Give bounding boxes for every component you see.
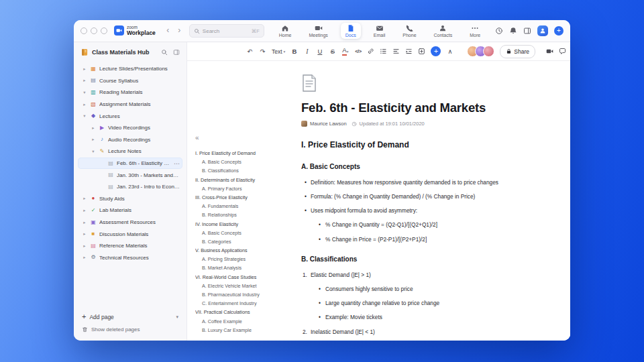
outline-item[interactable]: A. Primary Factors [195,186,297,192]
global-search-input[interactable]: Search ⌘F [189,24,264,38]
content-block[interactable]: • Consumers highly sensitive to price [305,286,557,293]
chevron-icon[interactable]: ▸ [82,196,87,201]
code-button[interactable]: </> [354,48,362,54]
panel-toggle-icon[interactable] [523,27,531,35]
nav-tab[interactable]: More [465,23,485,39]
outline-item[interactable]: B. Categories [195,239,297,245]
video-call-button[interactable] [546,48,553,55]
chevron-icon[interactable]: ▾ [82,90,87,95]
outline-item[interactable]: IV. Income Elasticity [195,221,297,227]
outline-item[interactable]: A. Coffee Example [195,318,297,324]
outline-item[interactable]: V. Business Applications [195,247,297,253]
add-page-button[interactable]: + Add page ▾ [82,313,178,320]
content-block[interactable]: • % Change in Quantity = (Q2-Q1)/[(Q2+Q1… [305,221,557,229]
nav-tab[interactable]: Meetings [304,23,332,39]
outline-item[interactable]: C. Entertainment Industry [195,300,297,306]
indent-button[interactable] [405,48,413,55]
content-block[interactable]: • Formula: (% Change in Quantity Demande… [301,193,557,200]
nav-tab[interactable]: Email [369,23,390,39]
outline-item[interactable]: VI. Real-World Case Studies [195,274,297,280]
outline-item[interactable]: B. Luxury Car Example [195,327,297,333]
font-color-button[interactable]: A▾ [341,47,349,56]
outline-item[interactable]: B. Market Analysis [195,265,297,271]
add-new-button[interactable]: + [554,26,564,36]
undo-icon[interactable]: ↶ [246,48,254,55]
outline-item[interactable]: VII. Practical Calculations [195,309,297,315]
link-button[interactable] [367,48,374,55]
sidebar-tree-item[interactable]: ▤ Jan. 23rd - Intro to Econo... ⋯ [78,181,182,193]
sidebar-tree-item[interactable]: ▸ ▦ Lecture Slides/Presentations ⋯ [78,63,182,75]
outline-item[interactable]: II. Determinants of Elasticity [195,177,297,183]
share-button[interactable]: Share [500,45,535,58]
outline-item[interactable]: B. Classifications [195,168,297,174]
item-more-icon[interactable]: ⋯ [172,160,180,167]
user-avatar[interactable] [537,25,548,36]
add-page-dropdown-icon[interactable]: ▾ [176,314,178,320]
sidebar-tree-item[interactable]: ▸ ♪ Audio Recordings ⋯ [78,134,182,146]
content-block[interactable]: B. Classifications [301,255,557,263]
outline-item[interactable]: A. Basic Concepts [195,159,297,165]
maximize-window-button[interactable] [101,27,107,34]
italic-button[interactable]: I [303,48,311,55]
chevron-icon[interactable]: ▸ [82,102,87,107]
collapse-toolbar-icon[interactable]: ∧ [446,48,453,55]
sidebar-tree-item[interactable]: ▸ ■ Discussion Materials ⋯ [78,228,182,240]
sidebar-tree-item[interactable]: ▸ ▧ Assignment Materials ⋯ [78,99,182,111]
content-block[interactable]: A. Basic Concepts [301,162,557,171]
outline-item[interactable]: A. Electric Vehicle Market [195,283,297,289]
sidebar-tree-item[interactable]: ▸ ⚙ Technical Resources ⋯ [78,252,182,264]
close-window-button[interactable] [80,27,87,34]
bold-button[interactable]: B [290,48,298,55]
chevron-icon[interactable]: ▸ [82,66,87,72]
nav-tab[interactable]: Contacts [429,23,458,39]
outline-item[interactable]: B. Relationships [195,212,297,218]
outline-item[interactable]: B. Pharmaceutical Industry [195,292,297,298]
sidebar-tree-item[interactable]: ▸ ▣ Assessment Resources ⋯ [78,217,182,229]
sidebar-tree-item[interactable]: ▤ Jan. 30th - Markets and P... ⋯ [78,169,182,181]
outline-item[interactable]: I. Price Elasticity of Demand [195,150,297,156]
collaborator-avatar[interactable] [483,46,494,57]
nav-tab[interactable]: Docs [341,23,361,39]
content-block[interactable]: • Large quantity change relative to pric… [305,300,557,307]
document-title[interactable]: Feb. 6th - Elasticity and Markets [301,101,557,115]
sidebar-tree-item[interactable]: ▤ Feb. 6th - Elasticity and M... ⋯ [78,158,182,170]
insert-table-button[interactable] [418,48,425,55]
document-page-icon[interactable] [301,74,317,92]
sidebar-tree-item[interactable]: ▸ ▤ Reference Materials ⋯ [78,240,182,252]
content-block[interactable]: I. Price Elasticity of Demand [301,140,557,151]
chevron-icon[interactable]: ▸ [91,125,96,131]
sidebar-tree-item[interactable]: ▾ ▥ Reading Materials ⋯ [78,86,182,99]
comments-button[interactable] [559,48,566,55]
content-block[interactable]: 1. Elastic Demand (|E| > 1) [301,272,557,279]
chevron-icon[interactable]: ▾ [82,113,87,119]
chevron-icon[interactable]: ▸ [82,220,87,225]
chevron-icon[interactable]: ▸ [82,208,87,213]
sidebar-tree-item[interactable]: ▸ ▶ Video Recordings ⋯ [78,122,182,134]
nav-tab[interactable]: Home [274,23,297,39]
chevron-icon[interactable]: ▸ [82,255,87,260]
outline-item[interactable]: III. Cross-Price Elasticity [195,194,297,200]
underline-button[interactable]: U [316,48,323,55]
sidebar-tree-item[interactable]: ▾ ✎ Lecture Notes ⋯ [78,145,182,158]
chevron-icon[interactable]: ▸ [82,231,87,237]
bullet-list-button[interactable] [380,48,387,55]
chevron-icon[interactable]: ▾ [91,149,96,154]
forward-button[interactable]: › [175,25,184,36]
content-block[interactable]: • Uses midpoint formula to avoid asymmet… [301,207,557,215]
outline-collapse-icon[interactable]: « [195,134,199,141]
text-style-dropdown[interactable]: Text ▾ [272,48,285,55]
nav-tab[interactable]: Phone [398,23,421,39]
outline-item[interactable]: A. Pricing Strategies [195,256,297,262]
sidebar-collapse-icon[interactable] [173,49,180,56]
insert-block-button[interactable]: + [431,46,441,56]
chevron-icon[interactable]: ▸ [82,243,87,249]
document-content[interactable]: Feb. 6th - Elasticity and Markets Mauric… [301,74,557,341]
sidebar-search-icon[interactable] [161,49,168,56]
redo-icon[interactable]: ↷ [259,48,266,55]
minimize-window-button[interactable] [91,27,97,34]
sidebar-tree-item[interactable]: ▸ ▤ Course Syllabus ⋯ [78,75,182,87]
content-block[interactable]: • Example: Movie tickets [305,314,557,321]
sidebar-tree-item[interactable]: ▸ ✓ Lab Materials ⋯ [78,204,182,217]
back-button[interactable]: ‹ [164,25,172,36]
notifications-bell-icon[interactable] [509,27,517,35]
